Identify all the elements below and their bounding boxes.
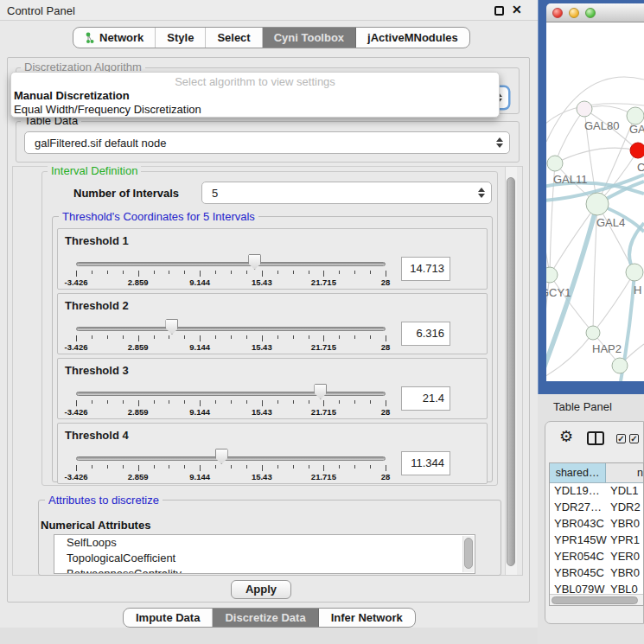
- slider-tick-label: 15.43: [252, 342, 272, 352]
- threshold-slider-handle[interactable]: [165, 319, 178, 335]
- attribute-list-item[interactable]: BetweennessCentrality: [54, 566, 475, 574]
- column-header-name[interactable]: n: [606, 463, 643, 482]
- network-node-selected[interactable]: [630, 143, 644, 158]
- network-node[interactable]: [547, 156, 563, 171]
- table-row[interactable]: YER054CYER0: [550, 549, 643, 565]
- attributes-list: SelfLoopsTopologicalCoefficientBetweenne…: [54, 535, 475, 574]
- cell-shared-name: YBR043C: [550, 516, 607, 532]
- application-window: Control Panel ✕ NetworkStyleSelectCyni T…: [0, 0, 644, 644]
- network-edge: [550, 204, 597, 275]
- apply-button[interactable]: Apply: [231, 580, 291, 599]
- dropdown-option-manual[interactable]: Manual Discretization: [14, 89, 130, 102]
- close-window-icon[interactable]: [552, 8, 563, 18]
- network-view-canvas[interactable]: GAL80GACGAL11GAL4GCY1HHAP2: [546, 22, 644, 381]
- dropdown-option-equal-width[interactable]: Equal Width/Frequency Discretization: [14, 103, 201, 116]
- table-scrollbar-thumb[interactable]: [552, 596, 638, 604]
- network-node-label: GAL11: [553, 173, 588, 186]
- slider-tick: [107, 271, 108, 274]
- threshold-slider-track[interactable]: [76, 392, 386, 396]
- threshold-slider-track[interactable]: [76, 262, 386, 266]
- slider-tick: [169, 465, 169, 469]
- checkbox-checked-icon[interactable]: ✓: [629, 434, 639, 443]
- tab-style[interactable]: Style: [155, 28, 205, 48]
- slider-tick: [246, 465, 247, 469]
- threshold-slider-track[interactable]: [76, 327, 386, 331]
- network-edge: [555, 109, 584, 163]
- bottom-tab-impute-data[interactable]: Impute Data: [124, 609, 212, 627]
- slider-tick: [215, 271, 216, 274]
- network-node[interactable]: [586, 193, 609, 215]
- table-data-value: galFiltered.sif default node: [25, 137, 509, 150]
- network-node-label: HAP2: [592, 342, 622, 355]
- slider-tick-label: 15.43: [252, 407, 272, 417]
- table-horizontal-scrollbar[interactable]: [550, 594, 643, 605]
- network-node-label: GA: [629, 123, 644, 136]
- table-data-combobox[interactable]: galFiltered.sif default node: [24, 131, 510, 154]
- slider-tick: [339, 465, 340, 469]
- split-view-icon[interactable]: [587, 431, 604, 445]
- tab-network[interactable]: Network: [73, 28, 155, 48]
- threshold-slider-handle[interactable]: [248, 254, 261, 270]
- minimize-window-icon[interactable]: [569, 8, 579, 18]
- close-panel-icon[interactable]: ✕: [512, 3, 522, 16]
- threshold-value-field[interactable]: 21.4: [401, 386, 450, 411]
- table-row[interactable]: YBR045CYBR0: [550, 565, 643, 582]
- network-node[interactable]: [626, 264, 643, 281]
- attribute-list-item[interactable]: SelfLoops: [54, 535, 475, 551]
- number-of-intervals-label: Number of Intervals: [73, 187, 179, 200]
- slider-tick: [262, 465, 263, 471]
- network-node[interactable]: [586, 326, 600, 340]
- threshold-value-field[interactable]: 6.316: [401, 322, 450, 346]
- slider-tick: [323, 465, 324, 471]
- bottom-tab-infer-network[interactable]: Infer Network: [318, 609, 415, 627]
- column-header-shared-name[interactable]: shared…: [550, 463, 606, 482]
- threshold-slider-handle[interactable]: [314, 384, 327, 399]
- network-node[interactable]: [577, 101, 592, 117]
- table-row[interactable]: YBR043CYBR0: [550, 516, 643, 532]
- slider-tick: [370, 400, 371, 404]
- attributes-list-scrollbar-thumb[interactable]: [464, 538, 473, 569]
- slider-tick: [354, 271, 355, 274]
- slider-tick-label: 2.859: [128, 342, 149, 352]
- slider-tick: [76, 335, 77, 341]
- threshold-label: Threshold 2: [65, 299, 129, 312]
- threshold-slider-handle[interactable]: [215, 449, 228, 464]
- slider-tick: [277, 465, 278, 469]
- slider-tick: [76, 271, 77, 277]
- settings-scrollbar-thumb[interactable]: [507, 177, 515, 566]
- cell-name: YBR0: [607, 565, 643, 582]
- threshold-value-field[interactable]: 14.713: [401, 257, 450, 281]
- table-row[interactable]: YDR27…YDR2: [550, 500, 643, 516]
- network-node[interactable]: [627, 107, 644, 124]
- slider-tick-label: -3.426: [65, 342, 88, 352]
- cell-name: YDR2: [607, 500, 643, 516]
- tab-jactivemnodules[interactable]: jActiveMNodules: [355, 28, 469, 48]
- slider-tick: [184, 335, 185, 339]
- network-window-titlebar[interactable]: [546, 3, 644, 22]
- table-row[interactable]: YDL19…YDL1: [550, 483, 643, 500]
- gear-icon[interactable]: ⚙: [559, 429, 573, 444]
- slider-tick: [231, 400, 232, 404]
- float-window-icon[interactable]: [494, 6, 504, 16]
- bottom-strip: [0, 628, 538, 644]
- slider-tick: [277, 400, 278, 404]
- table-row[interactable]: YPR145WYPR1: [550, 532, 643, 549]
- attribute-list-item[interactable]: TopologicalCoefficient: [54, 551, 475, 566]
- slider-tick: [370, 335, 371, 339]
- slider-tick: [92, 400, 92, 404]
- checkbox-checked-icon[interactable]: ✓: [616, 434, 626, 443]
- bottom-tab-discretize-data[interactable]: Discretize Data: [212, 609, 317, 627]
- tab-cyni-toolbox[interactable]: Cyni Toolbox: [262, 28, 355, 48]
- network-node-label: C: [637, 161, 644, 174]
- zoom-window-icon[interactable]: [585, 8, 596, 18]
- threshold-slider-track[interactable]: [76, 456, 386, 461]
- network-node[interactable]: [546, 267, 558, 283]
- slider-tick: [323, 400, 324, 406]
- tab-select[interactable]: Select: [205, 28, 261, 48]
- cell-name: YER0: [607, 549, 643, 565]
- slider-tick: [76, 400, 77, 406]
- number-of-intervals-combobox[interactable]: 5: [201, 182, 492, 204]
- slider-tick: [246, 271, 247, 274]
- network-node[interactable]: [612, 358, 628, 373]
- threshold-value-field[interactable]: 11.344: [401, 451, 450, 475]
